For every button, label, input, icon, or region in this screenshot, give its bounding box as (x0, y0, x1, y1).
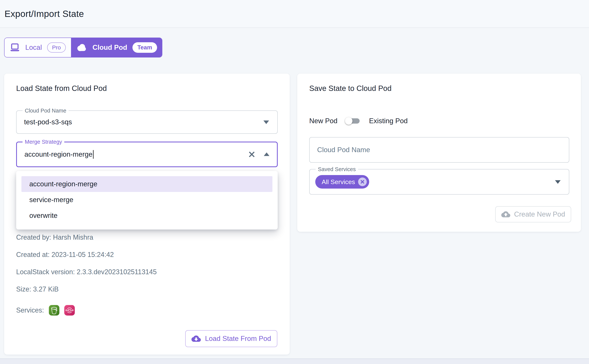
version-text: LocalStack version: 2.3.3.dev20231025113… (16, 268, 157, 276)
option-account-region-merge[interactable]: account-region-merge (21, 176, 272, 192)
create-new-pod-button-label: Create New Pod (514, 210, 565, 218)
new-pod-name-field (309, 137, 569, 163)
chip-delete-icon[interactable] (358, 177, 367, 186)
cloud-icon (76, 43, 87, 52)
pod-name-select-label: Cloud Pod Name (23, 107, 69, 114)
page-title: Export/Import State (5, 9, 84, 19)
services-row: Services: (16, 305, 157, 316)
laptop-icon (10, 43, 20, 52)
load-card-title: Load State from Cloud Pod (16, 84, 107, 93)
created-at-text: Created at: 2023-11-05 15:24:42 (16, 251, 157, 259)
merge-options-popup: account-region-merge service-merge overw… (16, 171, 278, 229)
text-cursor (93, 150, 94, 159)
pod-mode-toggle-row: New Pod Existing Pod (309, 113, 408, 129)
mode-tab-group: Local Pro Cloud Pod Team (4, 38, 162, 58)
new-pod-label: New Pod (309, 117, 337, 125)
bottom-strip (0, 359, 589, 364)
saved-services-field[interactable]: Saved Services All Services (309, 169, 569, 195)
new-pod-name-input[interactable] (310, 137, 569, 162)
s3-icon (49, 305, 59, 316)
tab-cloud-pod[interactable]: Cloud Pod Team (71, 38, 162, 57)
merge-strategy-input[interactable]: Merge Strategy account-region-merge (16, 142, 278, 167)
chevron-down-icon[interactable] (263, 120, 269, 124)
existing-pod-label: Existing Pod (369, 117, 408, 125)
pod-name-select[interactable]: Cloud Pod Name test-pod-s3-sqs (16, 110, 278, 134)
tab-local[interactable]: Local Pro (5, 38, 71, 57)
chevron-up-icon[interactable] (264, 153, 269, 156)
save-card-title: Save State to Cloud Pod (309, 84, 392, 93)
merge-strategy-value: account-region-merge (24, 150, 92, 158)
page-header: Export/Import State (0, 0, 589, 28)
pod-name-select-value: test-pod-s3-sqs (24, 118, 72, 126)
created-by-text: Created by: Harsh Mishra (16, 233, 157, 241)
pod-metadata: Created by: Harsh Mishra Created at: 202… (16, 233, 157, 316)
team-badge: Team (132, 42, 157, 53)
saved-services-label: Saved Services (316, 166, 358, 172)
switch-thumb (345, 117, 353, 125)
create-new-pod-button[interactable]: Create New Pod (495, 206, 571, 222)
chevron-down-icon[interactable] (555, 180, 561, 184)
merge-strategy-label: Merge Strategy (23, 139, 64, 145)
save-state-card: Save State to Cloud Pod New Pod Existing… (297, 74, 581, 232)
all-services-chip[interactable]: All Services (315, 175, 369, 188)
cloud-download-icon (191, 334, 201, 343)
option-overwrite[interactable]: overwrite (21, 208, 272, 223)
option-service-merge[interactable]: service-merge (21, 192, 272, 208)
size-text: Size: 3.27 KiB (16, 285, 157, 293)
sqs-icon (64, 305, 75, 316)
services-label: Services: (16, 306, 44, 314)
clear-icon[interactable] (248, 150, 256, 158)
pod-mode-switch[interactable] (342, 114, 364, 128)
tab-cloud-pod-label: Cloud Pod (92, 44, 127, 52)
load-state-button-label: Load State From Pod (205, 335, 271, 343)
load-state-button[interactable]: Load State From Pod (185, 330, 277, 347)
cloud-upload-icon (501, 210, 510, 219)
tab-local-label: Local (25, 44, 42, 52)
all-services-chip-label: All Services (322, 178, 355, 186)
load-state-card: Load State from Cloud Pod Cloud Pod Name… (4, 74, 290, 355)
pro-badge: Pro (47, 42, 66, 52)
